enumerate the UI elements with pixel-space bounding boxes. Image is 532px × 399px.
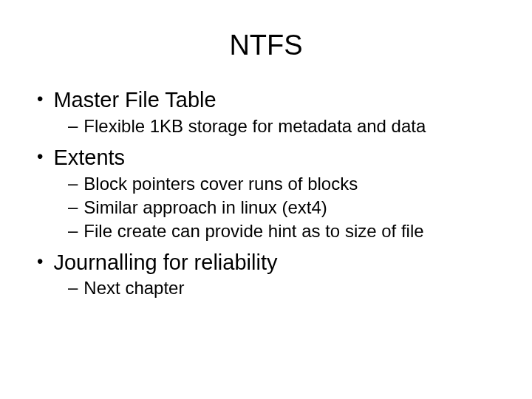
bullet-l2-1-0: – Block pointers cover runs of blocks xyxy=(68,173,502,195)
bullet-l1-text: Journalling for reliability xyxy=(53,250,277,276)
bullet-dot-icon: • xyxy=(37,251,43,272)
bullet-dot-icon: • xyxy=(37,89,43,109)
bullet-l1-text: Extents xyxy=(53,145,125,171)
bullet-l2-1-1: – Similar approach in linux (ext4) xyxy=(68,197,502,219)
bullet-l2-text: Similar approach in linux (ext4) xyxy=(83,197,327,219)
bullet-l2-text: Flexible 1KB storage for metadata and da… xyxy=(83,115,426,137)
bullet-group-2: • Journalling for reliability – Next cha… xyxy=(30,250,502,300)
bullet-dot-icon: • xyxy=(37,146,43,167)
bullet-l1-2: • Journalling for reliability xyxy=(37,250,502,276)
slide-title: NTFS xyxy=(30,30,502,61)
bullet-group-0: • Master File Table – Flexible 1KB stora… xyxy=(30,87,502,137)
bullet-dash-icon: – xyxy=(68,197,78,218)
bullet-l1-1: • Extents xyxy=(37,145,502,171)
bullet-l2-text: Next chapter xyxy=(83,277,184,299)
bullet-l1-0: • Master File Table xyxy=(37,87,502,113)
bullet-dash-icon: – xyxy=(68,277,78,299)
bullet-dash-icon: – xyxy=(68,115,78,137)
bullet-l2-0-0: – Flexible 1KB storage for metadata and … xyxy=(68,115,502,137)
bullet-dash-icon: – xyxy=(68,173,78,194)
bullet-l2-1-2: – File create can provide hint as to siz… xyxy=(68,220,502,242)
bullet-l2-2-0: – Next chapter xyxy=(68,277,502,299)
bullet-l1-text: Master File Table xyxy=(53,87,216,113)
bullet-group-1: • Extents – Block pointers cover runs of… xyxy=(30,145,502,242)
bullet-l2-text: File create can provide hint as to size … xyxy=(83,220,423,242)
bullet-l2-text: Block pointers cover runs of blocks xyxy=(83,173,358,195)
bullet-dash-icon: – xyxy=(68,220,78,242)
